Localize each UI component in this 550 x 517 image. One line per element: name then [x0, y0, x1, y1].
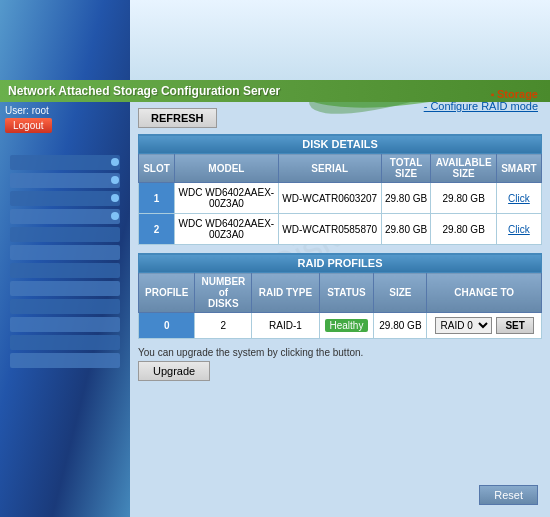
- col-model: MODEL: [175, 154, 279, 183]
- col-change-to: CHANGE TO: [427, 273, 542, 313]
- set-button[interactable]: SET: [496, 317, 533, 334]
- raid1-num-disks: 2: [195, 313, 252, 339]
- breadcrumb: ▪ Storage - Configure RAID mode: [424, 88, 538, 112]
- disk1-model: WDC WD6402AAEX-00Z3A0: [175, 183, 279, 214]
- col-profile: PROFILE: [139, 273, 195, 313]
- col-status: STATUS: [319, 273, 374, 313]
- upgrade-note: You can upgrade the system by clicking t…: [138, 347, 542, 358]
- col-available-size: AVAILABLESIZE: [431, 154, 496, 183]
- svg-point-19: [111, 194, 119, 202]
- reset-button[interactable]: Reset: [479, 485, 538, 505]
- user-info: User: root Logout: [5, 105, 52, 133]
- disk-row-2: 2 WDC WD6402AAEX-00Z3A0 WD-WCATR0585870 …: [139, 214, 542, 245]
- disk-details-header: DISK DETAILS: [139, 135, 542, 154]
- col-num-disks: NUMBERofDISKS: [195, 273, 252, 313]
- disk2-available-size: 29.80 GB: [431, 214, 496, 245]
- breadcrumb-storage[interactable]: Storage: [497, 88, 538, 100]
- svg-rect-7: [10, 191, 120, 206]
- svg-rect-8: [10, 209, 120, 224]
- raid-row-1: 0 2 RAID-1 Healthy 29.80 GB RAID 0 RAID …: [139, 313, 542, 339]
- svg-rect-12: [10, 281, 120, 296]
- svg-point-18: [111, 176, 119, 184]
- disk1-smart-link[interactable]: Click: [496, 183, 541, 214]
- disk2-serial: WD-WCATR0585870: [278, 214, 381, 245]
- svg-rect-10: [10, 245, 120, 260]
- col-raid-type: RAID TYPE: [252, 273, 319, 313]
- disk1-slot: 1: [139, 183, 175, 214]
- col-slot: SLOT: [139, 154, 175, 183]
- raid1-profile: 0: [139, 313, 195, 339]
- raid1-change-to: RAID 0 RAID 1 RAID 5 JBOD SET: [427, 313, 542, 339]
- disk-row-1: 1 WDC WD6402AAEX-00Z3A0 WD-WCATR0603207 …: [139, 183, 542, 214]
- disk1-available-size: 29.80 GB: [431, 183, 496, 214]
- svg-rect-11: [10, 263, 120, 278]
- svg-rect-14: [10, 317, 120, 332]
- svg-rect-16: [10, 353, 120, 368]
- upgrade-button[interactable]: Upgrade: [138, 361, 210, 381]
- logout-button[interactable]: Logout: [5, 118, 52, 133]
- raid1-status: Healthy: [319, 313, 374, 339]
- disk2-smart-link[interactable]: Click: [496, 214, 541, 245]
- change-to-select[interactable]: RAID 0 RAID 1 RAID 5 JBOD: [435, 317, 492, 334]
- svg-rect-4: [0, 0, 130, 517]
- disk2-slot: 2: [139, 214, 175, 245]
- svg-rect-6: [10, 173, 120, 188]
- raid1-size: 29.80 GB: [374, 313, 427, 339]
- disk-details-table: DISK DETAILS SLOT MODEL SERIAL TOTALSIZE…: [138, 134, 542, 245]
- raid-profiles-table: RAID PROFILES PROFILE NUMBERofDISKS RAID…: [138, 253, 542, 339]
- disk2-total-size: 29.80 GB: [381, 214, 431, 245]
- username-label: User: root: [5, 105, 52, 116]
- status-badge: Healthy: [325, 319, 369, 332]
- col-total-size: TOTALSIZE: [381, 154, 431, 183]
- svg-rect-5: [10, 155, 120, 170]
- svg-rect-21: [130, 0, 550, 80]
- svg-rect-13: [10, 299, 120, 314]
- page-title: Network Attached Storage Configuration S…: [8, 84, 280, 98]
- refresh-button[interactable]: REFRESH: [138, 108, 217, 128]
- col-serial: SERIAL: [278, 154, 381, 183]
- svg-point-20: [111, 212, 119, 220]
- breadcrumb-config[interactable]: - Configure RAID mode: [424, 100, 538, 112]
- col-size: SIZE: [374, 273, 427, 313]
- svg-point-17: [111, 158, 119, 166]
- col-smart: SMART: [496, 154, 541, 183]
- disk2-model: WDC WD6402AAEX-00Z3A0: [175, 214, 279, 245]
- main-content: REFRESH DISK DETAILS SLOT MODEL SERIAL T…: [138, 108, 542, 507]
- svg-rect-9: [10, 227, 120, 242]
- disk1-total-size: 29.80 GB: [381, 183, 431, 214]
- svg-rect-15: [10, 335, 120, 350]
- raid-profiles-header: RAID PROFILES: [139, 254, 542, 273]
- disk1-serial: WD-WCATR0603207: [278, 183, 381, 214]
- raid1-type: RAID-1: [252, 313, 319, 339]
